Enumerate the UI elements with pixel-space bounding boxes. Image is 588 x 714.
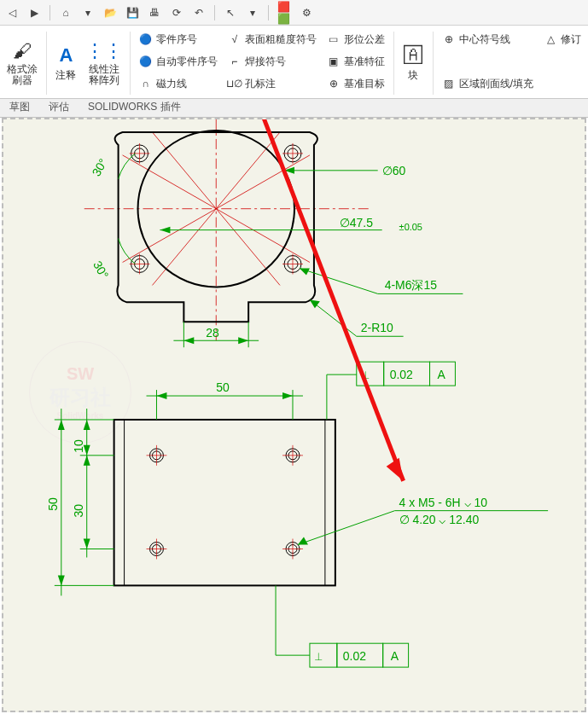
svg-text:50: 50 xyxy=(216,380,230,394)
paintbrush-icon: 🖌 xyxy=(13,40,32,62)
svg-text:10: 10 xyxy=(72,439,85,453)
svg-marker-75 xyxy=(58,420,65,430)
open-icon[interactable]: 📂 xyxy=(103,6,117,20)
tab-sketch[interactable]: 草图 xyxy=(0,96,39,117)
svg-text:28: 28 xyxy=(206,326,219,340)
svg-line-39 xyxy=(300,268,378,293)
ribbon: 🖌 格式涂 刷器 A 注释 ⋮⋮ 线性注 释阵列 🔵零件序号 🔵自动零件序号 ∩… xyxy=(0,26,588,99)
svg-marker-69 xyxy=(156,392,166,399)
geom-tol-icon: ▭ xyxy=(327,32,341,46)
nav-next-icon[interactable]: ▶ xyxy=(27,6,41,20)
balloon-icon: 🔵 xyxy=(139,32,153,46)
svg-text:2-R10: 2-R10 xyxy=(361,321,393,334)
block-button[interactable]: 🄰 块 xyxy=(399,28,428,98)
annotation-icon: A xyxy=(59,44,73,67)
svg-text:0.02: 0.02 xyxy=(343,649,366,663)
annotation-button[interactable]: A 注释 xyxy=(52,28,81,98)
surface-finish-button[interactable]: √表面粗糙度符号 xyxy=(228,30,317,49)
svg-rect-103 xyxy=(310,643,337,667)
drawing-canvas[interactable]: 200 SW 研习社 SolidWorks xyxy=(2,118,586,712)
svg-marker-36 xyxy=(160,227,170,234)
hatch-icon: ▨ xyxy=(442,77,456,90)
linear-pattern-icon: ⋮⋮ xyxy=(85,40,123,62)
cursor-icon[interactable]: ↖ xyxy=(224,6,237,20)
settings-icon[interactable]: ⚙ xyxy=(300,6,313,20)
revision-button[interactable]: △修订 xyxy=(544,30,581,49)
svg-text:∅60: ∅60 xyxy=(382,164,406,177)
auto-balloon-icon: 🔵 xyxy=(139,55,153,68)
print-icon[interactable]: 🖶 xyxy=(148,6,161,20)
surface-finish-icon: √ xyxy=(228,32,242,46)
tab-plugin[interactable]: SOLIDWORKS 插件 xyxy=(79,96,190,117)
datum-feature-button[interactable]: ▣基准特征 xyxy=(327,52,385,71)
svg-rect-47 xyxy=(114,420,335,585)
center-mark-button[interactable]: ⊕中心符号线 xyxy=(442,30,533,49)
save-icon[interactable]: 💾 xyxy=(125,6,139,20)
svg-text:30: 30 xyxy=(72,504,85,518)
linear-pattern-button[interactable]: ⋮⋮ 线性注 释阵列 xyxy=(84,28,125,98)
traffic-icon[interactable]: 🟥🟩 xyxy=(277,6,291,20)
target-icon: ⊕ xyxy=(327,77,341,90)
tab-evaluate[interactable]: 评估 xyxy=(39,96,79,117)
svg-marker-41 xyxy=(300,268,310,275)
svg-marker-86 xyxy=(84,539,90,549)
svg-text:0.02: 0.02 xyxy=(390,368,413,381)
svg-marker-70 xyxy=(282,392,293,399)
auto-part-number-button[interactable]: 🔵自动零件序号 xyxy=(139,52,218,71)
svg-text:30°: 30° xyxy=(90,258,111,281)
quick-access-toolbar: ◁ ▶ ⌂ ▾ 📂 💾 🖶 ⟳ ↶ ↖ ▾ 🟥🟩 ⚙ xyxy=(0,0,588,26)
new-doc-icon[interactable]: ▾ xyxy=(81,6,95,20)
part-number-button[interactable]: 🔵零件序号 xyxy=(139,30,218,49)
ribbon-tabs: 草图 评估 SOLIDWORKS 插件 xyxy=(0,99,588,118)
datum-target-button[interactable]: ⊕基准目标 xyxy=(327,74,385,93)
svg-marker-80 xyxy=(84,420,90,430)
svg-text:A: A xyxy=(437,368,445,381)
svg-marker-85 xyxy=(84,456,90,466)
centermark-icon: ⊕ xyxy=(442,32,456,46)
svg-text:A: A xyxy=(391,649,399,663)
block-icon: 🄰 xyxy=(404,44,422,67)
select-icon[interactable]: ▾ xyxy=(246,6,259,20)
svg-marker-29 xyxy=(238,337,248,344)
refresh-icon[interactable]: ⟳ xyxy=(170,6,183,20)
svg-text:±0.05: ±0.05 xyxy=(399,222,422,232)
hole-callout-button[interactable]: ⊔∅孔标注 xyxy=(228,74,317,93)
svg-marker-110 xyxy=(387,458,404,481)
svg-text:30°: 30° xyxy=(89,156,109,178)
svg-text:∅47.5: ∅47.5 xyxy=(340,216,373,229)
section-line-button[interactable]: ▨区域剖面线/填充 xyxy=(442,74,533,93)
datum-icon: ▣ xyxy=(327,55,341,68)
svg-marker-90 xyxy=(298,537,308,545)
svg-text:4-M6深15: 4-M6深15 xyxy=(385,278,438,292)
svg-line-88 xyxy=(298,511,395,545)
svg-marker-76 xyxy=(58,575,65,585)
cloud-icon: △ xyxy=(544,32,557,46)
svg-text:∅ 4.20 ⌵ 12.40: ∅ 4.20 ⌵ 12.40 xyxy=(399,513,480,526)
svg-text:4 x  M5 - 6H ⌵ 10: 4 x M5 - 6H ⌵ 10 xyxy=(399,496,488,509)
weld-symbol-button[interactable]: ⌐焊接符号 xyxy=(228,52,317,71)
geom-tol-button[interactable]: ▭形位公差 xyxy=(327,30,385,49)
svg-text:50: 50 xyxy=(46,497,60,511)
nav-prev-icon[interactable]: ◁ xyxy=(5,6,19,20)
home-icon[interactable]: ⌂ xyxy=(59,6,73,20)
weld-icon: ⌐ xyxy=(228,55,242,68)
magnetic-line-button[interactable]: ∩磁力线 xyxy=(139,74,218,93)
drawing-svg: 30° 30° 28 ∅60 ∅47.5 ±0.05 4-M6深15 2-R10 xyxy=(3,119,585,712)
svg-text:⟂: ⟂ xyxy=(315,649,323,663)
format-painter-button[interactable]: 🖌 格式涂 刷器 xyxy=(3,28,41,98)
undo-icon[interactable]: ↶ xyxy=(192,6,206,20)
magnet-icon: ∩ xyxy=(139,77,153,90)
svg-marker-28 xyxy=(183,337,194,344)
hole-callout-icon: ⊔∅ xyxy=(228,77,242,90)
